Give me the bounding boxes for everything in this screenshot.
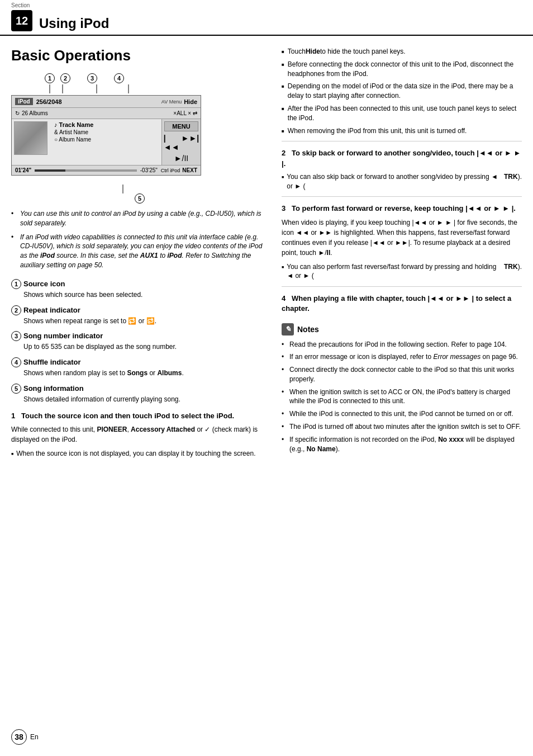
ipod-menu-button[interactable]: MENU: [164, 121, 198, 131]
numbered-item-2: 2 Repeat indicator Shows when repeat ran…: [11, 305, 268, 326]
item-3-num: 3: [11, 331, 21, 341]
numbered-item-3: 3 Song number indicator Up to 65 535 can…: [11, 331, 268, 352]
ipod-album-art: [14, 121, 47, 155]
page-number: 38: [11, 729, 27, 745]
ipod-hide-label: Hide: [184, 98, 197, 105]
callout-lines: [11, 84, 201, 93]
ipod-screen: iPod 256/2048 AV Menu Hide ↻ 26 Albums ×…: [11, 95, 201, 176]
item-5-body: Shows detailed information of currently …: [11, 395, 268, 404]
item-2-num: 2: [11, 305, 21, 315]
step-3-header: 3 To perform fast forward or reverse, ke…: [282, 204, 522, 214]
page-language: En: [30, 733, 39, 741]
ipod-time-elapsed: 01'24": [15, 167, 31, 173]
right-bullet-4: After the iPod has been connected to thi…: [282, 104, 522, 123]
step-2: 2 To skip back or forward to another son…: [282, 148, 522, 191]
item-1-body: Shows which source has been selected.: [11, 290, 268, 300]
step-3: 3 To perform fast forward or reverse, ke…: [282, 204, 522, 281]
note-4: When the ignition switch is set to ACC o…: [282, 388, 522, 407]
notes-section: ✎ Notes Read the precautions for iPod in…: [282, 323, 522, 454]
callout-5: 5: [135, 193, 145, 204]
right-bullet-3: Depending on the model of iPod or the da…: [282, 82, 522, 101]
ipod-artist-name: & Artist Name: [54, 129, 157, 135]
ipod-prev-button[interactable]: |◄◄: [164, 134, 179, 152]
ipod-next-button[interactable]: ►►|: [182, 134, 199, 152]
step-2-sub-1: You can also skip back or forward to ano…: [282, 172, 522, 191]
numbered-item-4: 4 Shuffle indicator Shows when random pl…: [11, 357, 268, 378]
ipod-track-number: 256/2048: [36, 98, 161, 105]
item-1-title: Source icon: [23, 280, 65, 288]
ipod-progress-fill: [35, 169, 65, 172]
item-2-title: Repeat indicator: [23, 306, 80, 314]
numbered-item-1: 1 Source icon Shows which source has bee…: [11, 279, 268, 300]
step-3-body: When video is playing, if you keep touch…: [282, 218, 522, 258]
callout-1: 1: [45, 73, 55, 83]
intro-bullet-1: You can use this unit to control an iPod…: [11, 209, 268, 228]
intro-bullet-2: If an iPod with video capabilities is co…: [11, 233, 268, 270]
note-2: If an error message or icon is displayed…: [282, 352, 522, 362]
item-2-body: Shows when repeat range is set to 🔁 or 🔂…: [11, 316, 268, 326]
notes-list: Read the precautions for iPod in the fol…: [282, 340, 522, 454]
right-bullets-section: Touch Hide to hide the touch panel keys.…: [282, 47, 522, 135]
step-1: 1 Touch the source icon and then touch i…: [11, 411, 268, 459]
right-bullet-2: Before connecting the dock connector of …: [282, 60, 522, 79]
header-title: Using iPod: [39, 16, 109, 31]
ipod-ctrl-label: Ctrl iPod: [161, 168, 180, 173]
section-label: Section: [11, 2, 30, 8]
item-3-title: Song number indicator: [23, 332, 103, 340]
step-3-sub-1: You can also perform fast reverse/fast f…: [282, 262, 522, 281]
step-1-header: 1 Touch the source icon and then touch i…: [11, 411, 268, 421]
callout-3: 3: [87, 73, 97, 83]
ipod-play-pause-button[interactable]: ►/II: [174, 154, 189, 163]
numbered-item-5: 5 Song information Shows detailed inform…: [11, 384, 268, 404]
step-4-header: 4 When playing a file with chapter, touc…: [282, 294, 522, 314]
page-footer: 38 En: [11, 729, 39, 745]
item-4-body: Shows when random play is set to Songs o…: [11, 368, 268, 378]
right-bullet-1: Touch Hide to hide the touch panel keys.: [282, 47, 522, 56]
ipod-album-name: ○ Album Name: [54, 136, 157, 143]
ipod-time-remaining: -03'25": [140, 167, 158, 173]
note-3: Connect directly the dock connector cabl…: [282, 365, 522, 384]
notes-title: Notes: [297, 325, 319, 334]
ipod-source-label: iPod: [15, 98, 33, 105]
page-title: Basic Operations: [11, 47, 268, 64]
step-4: 4 When playing a file with chapter, touc…: [282, 294, 522, 314]
ipod-av-menu: AV Menu: [161, 99, 182, 105]
step-2-body: You can also skip back or forward to ano…: [282, 172, 522, 191]
ipod-next-label: NEXT: [182, 167, 197, 173]
note-1: Read the precautions for iPod in the fol…: [282, 340, 522, 349]
item-3-body: Up to 65 535 can be displayed as the son…: [11, 342, 268, 352]
step-2-header: 2 To skip back or forward to another son…: [282, 148, 522, 168]
item-4-title: Shuffle indicator: [23, 358, 81, 366]
note-5: While the iPod is connected to this unit…: [282, 409, 522, 419]
note-6: The iPod is turned off about two minutes…: [282, 422, 522, 432]
ipod-progress-bar: [35, 169, 136, 172]
ipod-track-name: ♪ Track Name: [54, 121, 157, 128]
numbered-items-list: 1 Source icon Shows which source has bee…: [11, 279, 268, 404]
item-1-num: 1: [11, 279, 21, 289]
ipod-diagram: 1 2 3 4 iPod 256/2048 AV Menu Hide: [11, 73, 268, 204]
right-bullet-5: When removing the iPod from this unit, t…: [282, 126, 522, 136]
item-5-title: Song information: [23, 384, 84, 393]
step-1-sub-1: When the source icon is not displayed, y…: [11, 449, 268, 459]
ipod-repeat-icon: ↻: [15, 110, 20, 116]
step-1-body: While connected to this unit, PIONEER, A…: [11, 424, 268, 445]
ipod-controls-icons: ×ALL × ⇄: [173, 110, 197, 116]
item-4-num: 4: [11, 357, 21, 367]
item-5-num: 5: [11, 384, 21, 394]
callout-5-line: [45, 185, 235, 193]
notes-icon: ✎: [282, 323, 294, 336]
ipod-albums-text: 26 Albums: [22, 110, 173, 116]
callout-4: 4: [114, 73, 124, 83]
callout-2: 2: [60, 73, 70, 83]
section-number: 12: [11, 10, 32, 31]
steps-section: 1 Touch the source icon and then touch i…: [11, 411, 268, 459]
note-7: If specific information is not recorded …: [282, 435, 522, 454]
intro-bullet-list: You can use this unit to control an iPod…: [11, 209, 268, 270]
ipod-right-controls: MENU |◄◄ ►►| ►/II: [161, 119, 201, 165]
